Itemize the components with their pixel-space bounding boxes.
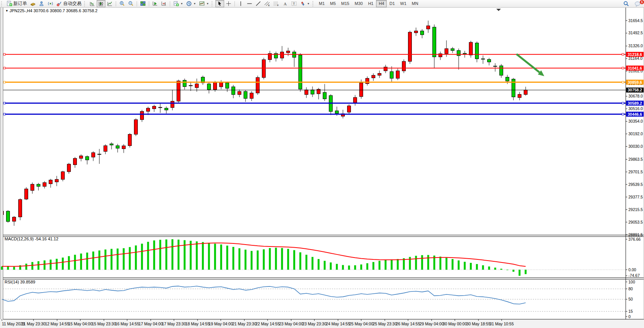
rsi-tick-label: 100: [628, 280, 635, 284]
svg-text:F: F: [277, 4, 279, 6]
arrows-dropdown[interactable]: ▼: [298, 0, 311, 7]
candle: [414, 31, 418, 33]
horizontal-line-button[interactable]: [245, 0, 254, 7]
rsi-tick-label: 50: [628, 297, 633, 301]
candle: [475, 43, 479, 59]
new-order-icon: [6, 1, 12, 6]
data-window-button[interactable]: [37, 0, 46, 7]
timeframe-button-M30[interactable]: M30: [352, 0, 365, 7]
candle: [433, 27, 436, 57]
candle: [98, 154, 101, 154]
periods-clock-icon: [186, 1, 192, 6]
chart-canvas[interactable]: 31654.531492.531326.031164.031002.030840…: [0, 0, 644, 328]
candle: [49, 180, 53, 184]
timeframe-button-M1[interactable]: M1: [316, 0, 327, 7]
candle: [348, 106, 351, 112]
chart-symbol-period: JPN225-,H4: [10, 8, 32, 13]
price-tick-label: 31654.5: [628, 18, 643, 23]
periods-dropdown[interactable]: ▼: [185, 0, 198, 7]
price-tick-label: 29215.5: [628, 207, 643, 212]
auto-scroll-icon: [152, 1, 158, 6]
navigator-button[interactable]: [46, 0, 55, 7]
new-order-label: 新订单: [13, 0, 27, 7]
market-watch-button[interactable]: [29, 0, 37, 7]
time-tick-label: 19 May 04:00: [209, 322, 233, 326]
price-tag-label: 30589.2: [628, 101, 642, 106]
rsi-tick-label: 80: [628, 286, 633, 291]
templates-dropdown[interactable]: ▼: [198, 0, 210, 7]
line-chart-button[interactable]: [105, 0, 114, 7]
candle: [250, 93, 253, 98]
trendline-button[interactable]: [254, 0, 263, 7]
timeframe-button-D1[interactable]: D1: [387, 0, 397, 7]
candlestick-chart-button[interactable]: [97, 0, 105, 7]
macd-tick-label: -74.67: [628, 273, 640, 278]
new-chart-dropdown[interactable]: ▼: [172, 0, 185, 7]
timeframe-button-M15[interactable]: M15: [338, 0, 352, 7]
candle: [214, 83, 217, 90]
timeframe-button-W1[interactable]: W1: [397, 0, 409, 7]
zoom-out-button[interactable]: [126, 0, 135, 7]
candle: [262, 60, 266, 78]
price-tag-label: 31041.6: [628, 66, 642, 70]
timeframe-button-H1[interactable]: H1: [365, 0, 376, 7]
candle: [6, 211, 10, 221]
candle: [445, 49, 448, 54]
price-tick-label: 30354.0: [628, 119, 643, 123]
crosshair-button[interactable]: [224, 0, 233, 7]
candle: [147, 108, 150, 111]
toolbar-grip[interactable]: [84, 1, 87, 6]
text-button[interactable]: A: [281, 0, 290, 7]
text-label-button[interactable]: T: [290, 0, 298, 7]
tile-windows-icon: [140, 1, 146, 6]
new-chart-icon: [173, 1, 179, 6]
chart-shift-icon: [161, 1, 167, 6]
candle: [73, 158, 77, 165]
toolbar-grip[interactable]: [312, 1, 315, 6]
equidistant-channel-button[interactable]: E: [263, 0, 272, 7]
timeframe-button-H4[interactable]: H4: [376, 0, 387, 7]
candle: [128, 134, 132, 146]
time-tick-label: 25 May 23:30: [373, 322, 397, 326]
price-tick-label: 29863.5: [628, 157, 643, 162]
search-button[interactable]: [622, 0, 631, 7]
candle: [116, 146, 120, 148]
cursor-button[interactable]: [215, 0, 224, 7]
chart-shift-button[interactable]: [159, 0, 168, 7]
macd-indicator-label: MACD(12,26,9) -54.16 41.12: [5, 237, 58, 241]
tile-windows-button[interactable]: [139, 0, 147, 7]
candle: [366, 78, 369, 84]
timeframe-button-MN[interactable]: MN: [409, 0, 421, 7]
candle: [256, 77, 260, 93]
candle: [153, 106, 156, 109]
chart-header[interactable]: ▼ JPN225-,H4 30700.6 30800.7 30685.6 307…: [5, 8, 97, 13]
candle: [384, 67, 387, 71]
toolbar-grip[interactable]: [1, 1, 4, 6]
auto-scroll-button[interactable]: [151, 0, 159, 7]
timeframe-button-M5[interactable]: M5: [327, 0, 338, 7]
toolbar-grip[interactable]: [212, 1, 214, 6]
symbol-dropdown-arrow[interactable]: ▼: [5, 9, 8, 13]
time-tick-label: 12 May 14:55: [45, 322, 69, 326]
vertical-line-button[interactable]: [236, 0, 245, 7]
zoom-in-button[interactable]: [118, 0, 126, 7]
rsi-tick-label: 0: [628, 314, 631, 319]
candle: [104, 146, 107, 151]
bar-chart-button[interactable]: [88, 0, 97, 7]
autotrading-button[interactable]: 自动交易: [55, 0, 83, 7]
horizontal-line-icon: [247, 1, 252, 6]
candle: [396, 71, 400, 78]
navigator-icon: [48, 1, 53, 6]
candle: [287, 51, 290, 53]
notifications-button[interactable]: 1: [633, 0, 642, 7]
candle: [171, 101, 174, 108]
candle: [67, 164, 71, 172]
svg-text:E: E: [268, 4, 269, 6]
price-tick-label: 29539.5: [628, 182, 643, 187]
candle: [524, 90, 528, 94]
fibonacci-button[interactable]: F: [272, 0, 281, 7]
time-tick-label: 30 May 00:00: [443, 322, 467, 326]
candlestick-chart-icon: [98, 1, 104, 6]
templates-icon: [199, 1, 205, 6]
new-order-button[interactable]: 新订单: [5, 0, 29, 7]
